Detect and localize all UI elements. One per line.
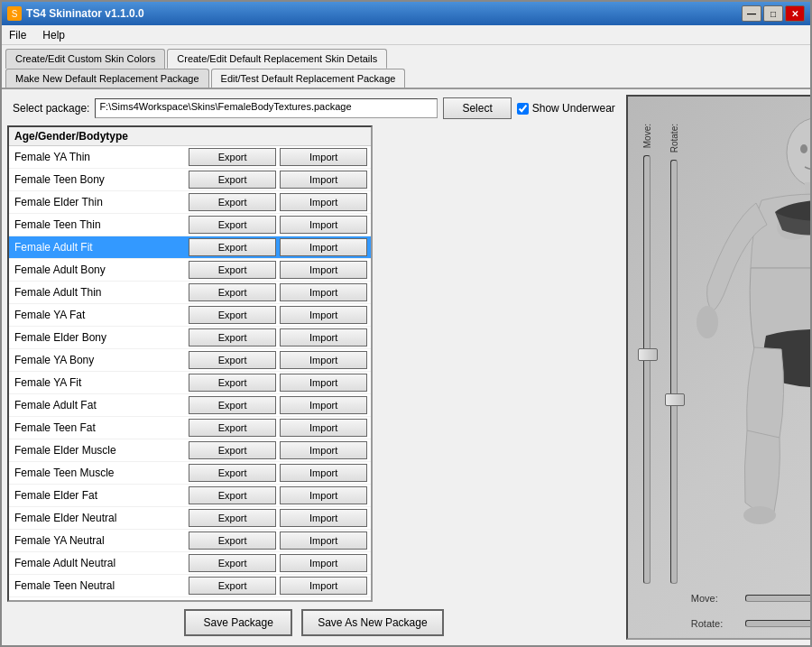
tab-make-new[interactable]: Make New Default Replacement Package xyxy=(5,69,209,88)
svg-point-6 xyxy=(743,506,776,524)
export-button[interactable]: Export xyxy=(189,283,276,301)
tab-custom-skin[interactable]: Create/Edit Custom Skin Colors xyxy=(5,49,165,69)
import-button[interactable]: Import xyxy=(280,509,367,527)
list-row[interactable]: Female Teen MuscleExportImport xyxy=(9,462,371,485)
tab-default-replacement[interactable]: Create/Edit Default Replacement Skin Det… xyxy=(167,49,387,69)
import-button[interactable]: Import xyxy=(280,328,367,347)
row-label: Female Adult Neutral xyxy=(11,556,187,570)
import-button[interactable]: Import xyxy=(280,486,367,504)
list-row[interactable]: Female Adult BonyExportImport xyxy=(9,259,371,282)
save-package-button[interactable]: Save Package xyxy=(184,609,292,636)
export-button[interactable]: Export xyxy=(189,306,276,324)
export-button[interactable]: Export xyxy=(189,396,276,414)
list-row[interactable]: Female Teen FatExportImport xyxy=(9,417,371,439)
rotate-slider-track-vert[interactable] xyxy=(670,160,678,584)
export-button[interactable]: Export xyxy=(189,577,276,595)
package-selector-row: Select package: F:\Sims4Workspace\Skins\… xyxy=(7,95,621,122)
title-buttons: — □ ✕ xyxy=(742,5,805,22)
list-row[interactable]: Female Elder FatExportImport xyxy=(9,485,371,507)
export-button[interactable]: Export xyxy=(189,351,276,369)
list-row[interactable]: Female Adult NeutralExportImport xyxy=(9,552,371,575)
list-row[interactable]: Female YA FatExportImport xyxy=(9,304,371,327)
import-button[interactable]: Import xyxy=(280,577,367,595)
list-header: Age/Gender/Bodytype xyxy=(9,127,371,146)
select-button[interactable]: Select xyxy=(443,97,511,119)
package-label: Select package: xyxy=(13,102,89,115)
import-button[interactable]: Import xyxy=(280,238,367,256)
import-button[interactable]: Import xyxy=(280,419,367,437)
list-body[interactable]: Female YA ThinExportImportFemale Teen Bo… xyxy=(9,146,371,600)
rotate-slider-track-horiz[interactable] xyxy=(745,620,810,627)
show-underwear-label: Show Underwear xyxy=(532,102,615,115)
save-as-new-button[interactable]: Save As New Package xyxy=(301,609,443,636)
maximize-button[interactable]: □ xyxy=(763,5,783,22)
export-button[interactable]: Export xyxy=(189,441,276,459)
row-label: Female YA Bony xyxy=(11,353,187,367)
import-button[interactable]: Import xyxy=(280,171,367,189)
export-button[interactable]: Export xyxy=(189,238,276,256)
import-button[interactable]: Import xyxy=(280,216,367,234)
export-button[interactable]: Export xyxy=(189,531,276,550)
import-button[interactable]: Import xyxy=(280,396,367,414)
tab-edit-test[interactable]: Edit/Test Default Replacement Package xyxy=(211,69,406,88)
list-row[interactable]: Female Elder NeutralExportImport xyxy=(9,507,371,530)
import-button[interactable]: Import xyxy=(280,374,367,392)
move-slider-track-vert[interactable] xyxy=(643,155,651,584)
sub-tabs: Make New Default Replacement Package Edi… xyxy=(2,69,810,89)
menu-file[interactable]: File xyxy=(5,28,30,42)
import-button[interactable]: Import xyxy=(280,554,367,572)
list-row[interactable]: Female Elder ThinExportImport xyxy=(9,191,371,214)
rotate-vert-label: Rotate: xyxy=(669,124,679,153)
list-row[interactable]: Female YA NeutralExportImport xyxy=(9,530,371,552)
list-row[interactable]: Female Adult FatExportImport xyxy=(9,394,371,417)
export-button[interactable]: Export xyxy=(189,328,276,347)
export-button[interactable]: Export xyxy=(189,374,276,392)
export-button[interactable]: Export xyxy=(189,171,276,189)
row-label: Female YA Neutral xyxy=(11,533,187,548)
minimize-button[interactable]: — xyxy=(742,5,761,22)
export-button[interactable]: Export xyxy=(189,148,276,166)
import-button[interactable]: Import xyxy=(280,283,367,301)
row-label: Female YA Fit xyxy=(11,375,187,390)
move-vert-label: Move: xyxy=(642,124,652,148)
list-row[interactable]: Female Elder MuscleExportImport xyxy=(9,439,371,462)
svg-point-0 xyxy=(787,118,810,187)
import-button[interactable]: Import xyxy=(280,441,367,459)
list-row[interactable]: Female Elder BonyExportImport xyxy=(9,327,371,349)
list-row[interactable]: Female Teen ThinExportImport xyxy=(9,214,371,236)
export-button[interactable]: Export xyxy=(189,216,276,234)
import-button[interactable]: Import xyxy=(280,464,367,482)
import-button[interactable]: Import xyxy=(280,148,367,166)
move-slider-track-horiz[interactable] xyxy=(745,595,810,602)
export-button[interactable]: Export xyxy=(189,554,276,572)
export-button[interactable]: Export xyxy=(189,509,276,527)
menu-help[interactable]: Help xyxy=(39,28,69,42)
list-row[interactable]: Female YA BonyExportImport xyxy=(9,349,371,372)
app-icon: S xyxy=(7,6,22,21)
import-button[interactable]: Import xyxy=(280,261,367,279)
import-button[interactable]: Import xyxy=(280,351,367,369)
list-row[interactable]: Female Adult ThinExportImport xyxy=(9,282,371,304)
list-row[interactable]: Female Adult FitExportImport xyxy=(9,236,371,259)
list-row[interactable]: Female Teen BonyExportImport xyxy=(9,169,371,191)
window-title: TS4 Skininator v1.1.0.0 xyxy=(26,7,144,20)
close-button[interactable]: ✕ xyxy=(785,5,805,22)
export-button[interactable]: Export xyxy=(189,193,276,211)
show-underwear-checkbox[interactable] xyxy=(517,103,529,115)
rotate-horiz-label: Rotate: xyxy=(691,618,738,629)
row-label: Female Teen Bony xyxy=(11,172,187,187)
list-row[interactable]: Female YA ThinExportImport xyxy=(9,146,371,169)
move-slider-thumb-vert[interactable] xyxy=(638,348,658,361)
svg-point-4 xyxy=(697,306,718,338)
import-button[interactable]: Import xyxy=(280,193,367,211)
export-button[interactable]: Export xyxy=(189,261,276,279)
row-label: Female Teen Fat xyxy=(11,421,187,435)
list-row[interactable]: Female Teen NeutralExportImport xyxy=(9,575,371,597)
import-button[interactable]: Import xyxy=(280,531,367,550)
export-button[interactable]: Export xyxy=(189,419,276,437)
export-button[interactable]: Export xyxy=(189,486,276,504)
row-label: Female YA Thin xyxy=(11,150,187,164)
import-button[interactable]: Import xyxy=(280,306,367,324)
list-row[interactable]: Female YA FitExportImport xyxy=(9,372,371,394)
export-button[interactable]: Export xyxy=(189,464,276,482)
